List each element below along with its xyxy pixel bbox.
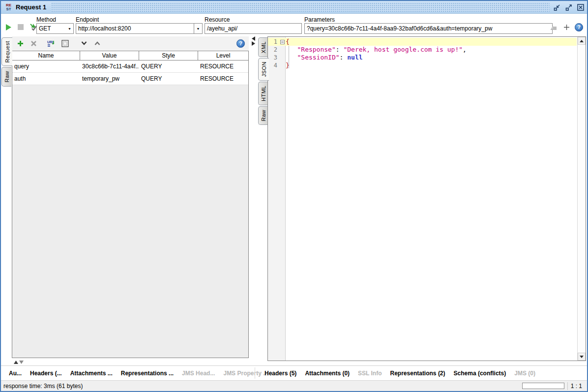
tab-request-representations[interactable]: Representations ... xyxy=(121,370,174,377)
param-level-cell[interactable]: RESOURCE xyxy=(198,60,248,72)
tab-response-html[interactable]: HTML xyxy=(258,82,268,105)
tab-response-json[interactable]: JSON xyxy=(258,58,269,81)
method-label: Method xyxy=(36,16,56,23)
parameters-value: ?query=30c8c66b-7c11-4a4f-8aa9-32baf0d6c… xyxy=(307,25,492,32)
json-token: "SessionID" xyxy=(286,54,340,61)
tab-response-raw[interactable]: Raw xyxy=(258,106,268,125)
tab-request-label: Request xyxy=(4,41,10,62)
window-titlebar[interactable]: RE ST Request 1 xyxy=(1,1,587,14)
tab-request-attachments[interactable]: Attachments ... xyxy=(70,370,113,377)
json-token: "Derek, host google.com is up!" xyxy=(343,46,463,53)
column-header-name[interactable]: Name xyxy=(12,51,80,60)
tab-request[interactable]: Request xyxy=(1,37,12,66)
scroll-up-icon[interactable] xyxy=(578,37,586,45)
tab-request-raw-label: Raw xyxy=(4,71,10,83)
param-style-cell[interactable]: QUERY xyxy=(139,73,198,85)
param-name-cell[interactable]: query xyxy=(12,60,80,72)
add-parameter-icon[interactable] xyxy=(562,23,571,31)
tab-response-representations[interactable]: Representations (2) xyxy=(390,370,445,377)
column-header-value[interactable]: Value xyxy=(80,51,139,60)
submit-request-button[interactable] xyxy=(4,23,13,31)
request-panel: Request Raw URL xyxy=(1,35,250,365)
code-line[interactable]: 1 { xyxy=(268,38,577,46)
tab-schema-conflicts[interactable]: Schema (conflicts) xyxy=(454,370,506,377)
delete-param-button[interactable] xyxy=(29,39,38,48)
response-editor-frame: 1 { 2 "Response": "Derek, host google.co… xyxy=(267,36,586,361)
resource-input[interactable]: /ayehu_api/ xyxy=(205,23,302,34)
param-value-cell[interactable]: 30c8c66b-7c11-4a4f... xyxy=(80,60,139,72)
endpoint-dropdown-button[interactable]: ▼ xyxy=(194,23,203,34)
request-bottom-tabs: Au... Headers (... Attachments ... Repre… xyxy=(9,366,268,381)
tab-request-headers[interactable]: Headers (... xyxy=(30,370,62,377)
json-token: } xyxy=(286,61,290,69)
parameters-label: Parameters xyxy=(304,16,335,23)
column-header-level[interactable]: Level xyxy=(198,51,248,60)
table-row[interactable]: query 30c8c66b-7c11-4a4f... QUERY RESOUR… xyxy=(12,60,248,73)
params-help-icon[interactable]: ? xyxy=(236,39,245,48)
parameters-input[interactable]: ?query=30c8c66b-7c11-4a4f-8aa9-32baf0d6c… xyxy=(304,23,553,34)
tab-response-xml[interactable]: XML xyxy=(258,37,268,57)
fold-toggle-icon[interactable] xyxy=(280,40,285,44)
cancel-request-button[interactable] xyxy=(16,23,25,31)
revert-parameters-icon[interactable] xyxy=(549,23,558,31)
tab-response-xml-label: XML xyxy=(261,41,266,53)
line-number: 1 xyxy=(268,38,279,46)
tab-response-attachments[interactable]: Attachments (0) xyxy=(305,370,350,377)
collapse-left-icon[interactable] xyxy=(252,36,255,41)
status-separator xyxy=(567,382,568,390)
panel-splitter[interactable] xyxy=(250,35,258,365)
line-number: 2 xyxy=(268,46,279,54)
status-bar: response time: 3ms (61 bytes) 1 : 1 xyxy=(1,380,587,391)
close-window-icon[interactable] xyxy=(576,3,585,12)
code-line[interactable]: 3 "SessionID": null xyxy=(268,54,577,61)
param-value-cell[interactable]: temporary_pw xyxy=(80,73,139,85)
unfloat-window-icon[interactable] xyxy=(553,3,561,12)
select-box-icon[interactable] xyxy=(60,39,69,48)
tab-auth[interactable]: Au... xyxy=(9,370,22,377)
tab-jms-property: JMS Property ... xyxy=(223,370,268,377)
endpoint-value: http://localhost:8200 xyxy=(78,25,131,32)
json-token: { xyxy=(286,38,290,45)
json-token: : xyxy=(336,46,344,53)
progress-indicator xyxy=(522,383,564,389)
endpoint-input[interactable]: http://localhost:8200 xyxy=(76,23,194,34)
line-number-gutter xyxy=(268,37,286,361)
method-select[interactable]: GET ▼ xyxy=(36,23,74,34)
line-number: 4 xyxy=(268,61,279,69)
move-param-down-button[interactable] xyxy=(80,39,88,48)
add-param-button[interactable] xyxy=(16,39,25,48)
param-style-cell[interactable]: QUERY xyxy=(139,60,198,72)
toolbar-right-icons: ? xyxy=(549,23,583,31)
rest-icon-line2: ST xyxy=(6,7,11,11)
move-param-up-button[interactable] xyxy=(93,39,102,48)
tab-ssl-info: SSL Info xyxy=(358,370,382,377)
request-toolbar: Method GET ▼ Endpoint http://localhost:8… xyxy=(1,14,587,35)
params-table-header: Name Value Style Level xyxy=(12,51,248,60)
collapse-down-icon[interactable] xyxy=(19,361,24,364)
response-bottom-tabs: Headers (5) Attachments (0) SSL Info Rep… xyxy=(265,366,535,381)
code-line[interactable]: 4 } xyxy=(268,61,577,69)
tab-jms-headers: JMS Head... xyxy=(182,370,215,377)
param-level-cell[interactable]: RESOURCE xyxy=(198,73,248,85)
tab-request-raw[interactable]: Raw xyxy=(1,67,11,87)
window-controls xyxy=(553,3,585,12)
tab-response-json-label: JSON xyxy=(261,61,267,77)
scroll-down-icon[interactable] xyxy=(578,353,586,361)
json-response-editor[interactable]: 1 { 2 "Response": "Derek, host google.co… xyxy=(268,37,586,361)
tab-response-html-label: HTML xyxy=(261,86,266,101)
maximize-window-icon[interactable] xyxy=(564,3,573,12)
vertical-scrollbar[interactable] xyxy=(577,37,586,361)
params-toolbar: URL ? xyxy=(12,36,249,50)
column-header-style[interactable]: Style xyxy=(139,51,198,60)
panel-collapse-arrows xyxy=(14,359,24,365)
table-row[interactable]: auth temporary_pw QUERY RESOURCE xyxy=(12,73,248,85)
param-name-cell[interactable]: auth xyxy=(12,73,80,85)
response-panel: XML JSON HTML Raw 1 xyxy=(258,35,587,365)
collapse-right-icon[interactable] xyxy=(252,41,255,46)
update-params-from-url-icon[interactable]: URL xyxy=(47,39,56,48)
help-icon[interactable]: ? xyxy=(575,23,583,31)
collapse-up-icon[interactable] xyxy=(14,361,18,364)
tab-response-headers[interactable]: Headers (5) xyxy=(265,370,296,377)
json-token: "Response" xyxy=(286,46,336,53)
code-line[interactable]: 2 "Response": "Derek, host google.com is… xyxy=(268,46,577,54)
